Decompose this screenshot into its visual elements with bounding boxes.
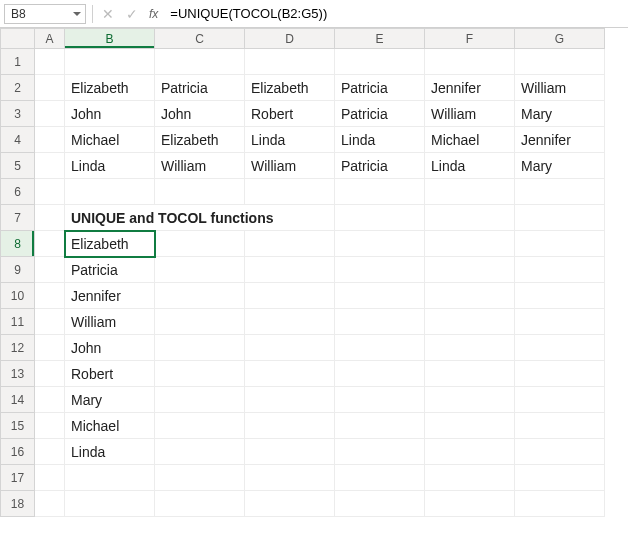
row-header-16[interactable]: 16	[1, 439, 35, 465]
cell-D5[interactable]: William	[245, 153, 335, 179]
cell-E18[interactable]	[335, 491, 425, 517]
cell-G17[interactable]	[515, 465, 605, 491]
cell-B15[interactable]: Michael	[65, 413, 155, 439]
row-header-14[interactable]: 14	[1, 387, 35, 413]
cell-B7-heading[interactable]: UNIQUE and TOCOL functions	[65, 205, 335, 231]
col-header-G[interactable]: G	[515, 29, 605, 49]
cell-G12[interactable]	[515, 335, 605, 361]
cell-F18[interactable]	[425, 491, 515, 517]
col-header-B[interactable]: B	[65, 29, 155, 49]
cell-B10[interactable]: Jennifer	[65, 283, 155, 309]
cell-F6[interactable]	[425, 179, 515, 205]
cell-F3[interactable]: William	[425, 101, 515, 127]
row-header-2[interactable]: 2	[1, 75, 35, 101]
cell-B1[interactable]	[65, 49, 155, 75]
row-header-13[interactable]: 13	[1, 361, 35, 387]
cell-C12[interactable]	[155, 335, 245, 361]
cell-F7[interactable]	[425, 205, 515, 231]
cell-C8[interactable]	[155, 231, 245, 257]
cell-E15[interactable]	[335, 413, 425, 439]
cell-D17[interactable]	[245, 465, 335, 491]
row-header-18[interactable]: 18	[1, 491, 35, 517]
cell-D1[interactable]	[245, 49, 335, 75]
cell-G2[interactable]: William	[515, 75, 605, 101]
cell-C1[interactable]	[155, 49, 245, 75]
col-header-D[interactable]: D	[245, 29, 335, 49]
cell-G4[interactable]: Jennifer	[515, 127, 605, 153]
cell-F15[interactable]	[425, 413, 515, 439]
row-header-5[interactable]: 5	[1, 153, 35, 179]
cell-C2[interactable]: Patricia	[155, 75, 245, 101]
cell-D14[interactable]	[245, 387, 335, 413]
cell-B5[interactable]: Linda	[65, 153, 155, 179]
cell-F5[interactable]: Linda	[425, 153, 515, 179]
cell-G7[interactable]	[515, 205, 605, 231]
row-header-4[interactable]: 4	[1, 127, 35, 153]
cell-B4[interactable]: Michael	[65, 127, 155, 153]
cell-E4[interactable]: Linda	[335, 127, 425, 153]
cell-C4[interactable]: Elizabeth	[155, 127, 245, 153]
cell-G11[interactable]	[515, 309, 605, 335]
cell-B6[interactable]	[65, 179, 155, 205]
col-header-F[interactable]: F	[425, 29, 515, 49]
cell-G3[interactable]: Mary	[515, 101, 605, 127]
cell-F14[interactable]	[425, 387, 515, 413]
cell-E10[interactable]	[335, 283, 425, 309]
cell-G15[interactable]	[515, 413, 605, 439]
cell-A9[interactable]	[35, 257, 65, 283]
cell-F1[interactable]	[425, 49, 515, 75]
cell-E5[interactable]: Patricia	[335, 153, 425, 179]
cell-F13[interactable]	[425, 361, 515, 387]
cell-C17[interactable]	[155, 465, 245, 491]
cell-E11[interactable]	[335, 309, 425, 335]
cell-C11[interactable]	[155, 309, 245, 335]
cell-A14[interactable]	[35, 387, 65, 413]
cell-B11[interactable]: William	[65, 309, 155, 335]
cell-B13[interactable]: Robert	[65, 361, 155, 387]
cell-B18[interactable]	[65, 491, 155, 517]
cell-C3[interactable]: John	[155, 101, 245, 127]
cell-G10[interactable]	[515, 283, 605, 309]
fx-icon[interactable]: fx	[147, 7, 160, 21]
cell-G6[interactable]	[515, 179, 605, 205]
cell-G16[interactable]	[515, 439, 605, 465]
cell-D18[interactable]	[245, 491, 335, 517]
cell-D4[interactable]: Linda	[245, 127, 335, 153]
row-header-7[interactable]: 7	[1, 205, 35, 231]
cell-G8[interactable]	[515, 231, 605, 257]
col-header-E[interactable]: E	[335, 29, 425, 49]
cell-B17[interactable]	[65, 465, 155, 491]
cell-G5[interactable]: Mary	[515, 153, 605, 179]
cell-E14[interactable]	[335, 387, 425, 413]
cell-C18[interactable]	[155, 491, 245, 517]
cell-G1[interactable]	[515, 49, 605, 75]
cell-D8[interactable]	[245, 231, 335, 257]
cell-B2[interactable]: Elizabeth	[65, 75, 155, 101]
cell-A11[interactable]	[35, 309, 65, 335]
row-header-17[interactable]: 17	[1, 465, 35, 491]
cell-E7[interactable]	[335, 205, 425, 231]
cell-C13[interactable]	[155, 361, 245, 387]
cell-A1[interactable]	[35, 49, 65, 75]
cell-D13[interactable]	[245, 361, 335, 387]
cell-G18[interactable]	[515, 491, 605, 517]
cell-A6[interactable]	[35, 179, 65, 205]
cell-F12[interactable]	[425, 335, 515, 361]
cell-D3[interactable]: Robert	[245, 101, 335, 127]
cell-D2[interactable]: Elizabeth	[245, 75, 335, 101]
cell-C6[interactable]	[155, 179, 245, 205]
cell-D12[interactable]	[245, 335, 335, 361]
cell-F2[interactable]: Jennifer	[425, 75, 515, 101]
cell-C10[interactable]	[155, 283, 245, 309]
name-box[interactable]: B8	[4, 4, 86, 24]
cell-F17[interactable]	[425, 465, 515, 491]
cell-A13[interactable]	[35, 361, 65, 387]
cell-A5[interactable]	[35, 153, 65, 179]
row-header-10[interactable]: 10	[1, 283, 35, 309]
cell-D11[interactable]	[245, 309, 335, 335]
cell-E9[interactable]	[335, 257, 425, 283]
row-header-8[interactable]: 8	[1, 231, 35, 257]
cell-F16[interactable]	[425, 439, 515, 465]
row-header-6[interactable]: 6	[1, 179, 35, 205]
cell-B3[interactable]: John	[65, 101, 155, 127]
